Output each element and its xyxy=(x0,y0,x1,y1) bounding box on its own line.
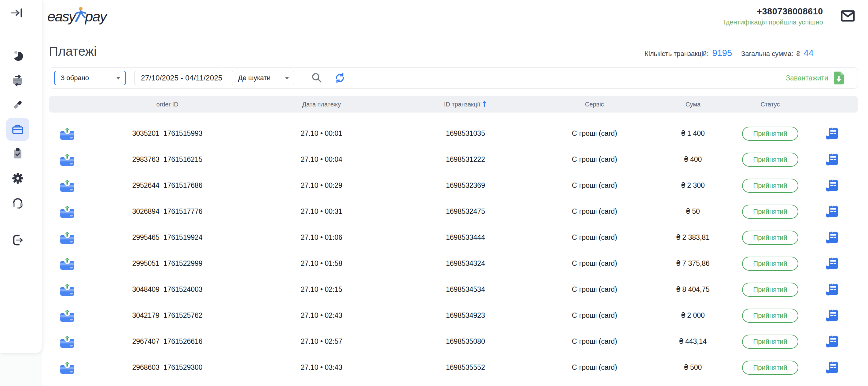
headset-icon xyxy=(11,196,24,209)
cell-receipt xyxy=(806,283,858,297)
table-row[interactable]: 3026894_1761517776 27.10 • 00:31 1698532… xyxy=(49,199,858,225)
logo[interactable]: easy pay xyxy=(48,8,106,25)
download-file-icon xyxy=(833,71,845,85)
receipt-icon xyxy=(826,231,839,245)
cell-order-id: 2967407_1761526616 xyxy=(86,337,249,346)
table-row[interactable]: 3048409_1761524003 27.10 • 02:15 1698534… xyxy=(49,276,858,302)
topbar-right: +380738008610 Ідентифікація пройшла успі… xyxy=(724,6,855,26)
transactions-count-value: 9195 xyxy=(712,48,732,58)
cell-receipt xyxy=(806,308,858,323)
sidebar-item-settings[interactable] xyxy=(6,167,29,190)
date-range-value: 27/10/2025 - 04/11/2025 xyxy=(141,74,222,82)
cell-status: Прийнятий xyxy=(734,308,806,323)
table-row[interactable]: 2967407_1761526616 27.10 • 02:57 1698535… xyxy=(49,328,858,355)
cell-amount: ₴ 443,14 xyxy=(652,337,734,346)
date-range-input[interactable]: 27/10/2025 - 04/11/2025 xyxy=(134,71,223,85)
table-row[interactable]: 2983763_1761516215 27.10 • 00:04 1698531… xyxy=(49,147,858,173)
column-service[interactable]: Сервіс xyxy=(537,101,652,108)
search-scope-select[interactable]: Де шукати xyxy=(232,71,294,85)
receipt-button[interactable] xyxy=(826,127,839,141)
cell-transaction-id: 1698533444 xyxy=(394,233,537,242)
receipt-button[interactable] xyxy=(826,205,839,219)
cell-order-id: 3042179_1761525762 xyxy=(86,311,249,320)
column-transaction-id[interactable]: ID транзакції xyxy=(394,101,537,108)
cell-transaction-id: 1698532369 xyxy=(394,181,537,190)
sidebar-item-transfers[interactable] xyxy=(6,69,29,92)
cell-type-icon xyxy=(49,335,86,348)
receipt-button[interactable] xyxy=(826,308,839,323)
card-payin-icon xyxy=(60,283,75,296)
currency-symbol: ₴ xyxy=(796,50,800,58)
search-button[interactable] xyxy=(311,72,322,84)
cell-service: Є-гроші (card) xyxy=(537,311,652,320)
cell-date: 27.10 • 03:43 xyxy=(249,363,394,372)
table-row[interactable]: 2968603_1761529300 27.10 • 03:43 1698535… xyxy=(49,355,858,381)
receipt-icon xyxy=(826,127,839,141)
receipt-icon xyxy=(826,361,839,375)
cell-transaction-id: 1698531035 xyxy=(394,129,537,138)
column-order-id[interactable]: order ID xyxy=(86,101,249,108)
download-button[interactable]: Завантажити xyxy=(786,71,845,85)
table-row[interactable]: 2995465_1761519924 27.10 • 01:06 1698533… xyxy=(49,225,858,250)
mail-icon xyxy=(841,10,855,22)
receipt-button[interactable] xyxy=(826,361,839,375)
cell-order-id: 2983763_1761516215 xyxy=(86,155,249,164)
download-label: Завантажити xyxy=(786,74,828,82)
receipt-icon xyxy=(826,335,839,349)
column-status[interactable]: Статус xyxy=(734,101,806,108)
receipt-icon xyxy=(826,257,839,271)
table-row[interactable]: 2995051_1761522999 27.10 • 01:58 1698534… xyxy=(49,250,858,276)
cell-service: Є-гроші (card) xyxy=(537,207,652,216)
table-row[interactable]: 3042179_1761525762 27.10 • 02:43 1698534… xyxy=(49,302,858,328)
logo-text-easy: easy xyxy=(48,8,75,25)
receipt-icon xyxy=(826,153,839,167)
receipt-button[interactable] xyxy=(826,257,839,271)
sidebar xyxy=(0,0,42,353)
receipt-button[interactable] xyxy=(826,153,839,167)
cell-transaction-id: 1698531222 xyxy=(394,155,537,164)
app: easy pay +380738008610 Ідентифікація про… xyxy=(0,0,868,386)
status-filter-select[interactable]: 3 обрано xyxy=(54,71,126,85)
gear-icon xyxy=(11,172,24,184)
status-badge: Прийнятий xyxy=(742,179,798,193)
table-row[interactable]: 3035201_1761515993 27.10 • 00:01 1698531… xyxy=(49,120,858,147)
search-icon xyxy=(311,72,322,84)
cell-amount: ₴ 2 300 xyxy=(652,181,734,190)
cell-order-id: 2968603_1761529300 xyxy=(86,363,249,372)
receipt-button[interactable] xyxy=(826,231,839,245)
expand-icon xyxy=(10,7,24,18)
cell-order-id: 3048409_1761524003 xyxy=(86,286,249,294)
mail-button[interactable] xyxy=(841,10,855,23)
sidebar-item-links[interactable] xyxy=(6,93,29,117)
cell-receipt xyxy=(806,231,858,245)
column-amount[interactable]: Сума xyxy=(652,101,734,108)
topbar: easy pay +380738008610 Ідентифікація про… xyxy=(42,0,868,33)
receipt-icon xyxy=(826,179,839,193)
column-date[interactable]: Дата платежу xyxy=(249,101,394,108)
cell-status: Прийнятий xyxy=(734,205,806,219)
receipt-button[interactable] xyxy=(826,283,839,297)
sidebar-expand-button[interactable] xyxy=(10,7,24,19)
card-transfer-icon xyxy=(11,74,24,87)
receipt-button[interactable] xyxy=(826,179,839,193)
cell-transaction-id: 1698535552 xyxy=(394,363,537,372)
status-badge: Прийнятий xyxy=(742,231,798,245)
cell-date: 27.10 • 01:06 xyxy=(249,233,394,242)
cell-amount: ₴ 400 xyxy=(652,155,734,164)
sidebar-item-reports[interactable] xyxy=(6,142,29,166)
status-badge: Прийнятий xyxy=(742,361,798,375)
sidebar-item-analytics[interactable] xyxy=(6,44,29,68)
status-badge: Прийнятий xyxy=(742,335,798,349)
cell-receipt xyxy=(806,335,858,349)
sidebar-item-support[interactable] xyxy=(6,191,29,214)
status-filter-value: 3 обрано xyxy=(61,74,89,82)
table-body: 3035201_1761515993 27.10 • 00:01 1698531… xyxy=(49,120,858,381)
receipt-button[interactable] xyxy=(826,335,839,349)
sidebar-item-payments[interactable] xyxy=(6,118,29,141)
receipt-icon xyxy=(826,308,839,323)
table-row[interactable]: 2952644_1761517686 27.10 • 00:29 1698532… xyxy=(49,173,858,199)
sidebar-nav xyxy=(6,44,42,253)
sidebar-item-logout[interactable] xyxy=(6,229,29,252)
table-header: order ID Дата платежу ID транзакції Серв… xyxy=(49,96,858,113)
refresh-button[interactable] xyxy=(334,72,346,84)
